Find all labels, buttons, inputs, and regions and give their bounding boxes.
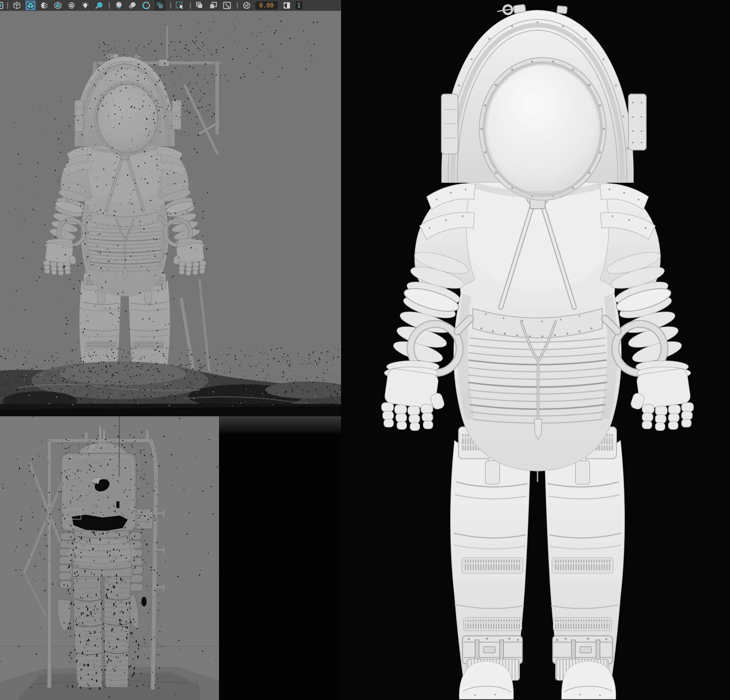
duplicate-squares-icon[interactable] (194, 1, 205, 10)
textured-sphere-icon[interactable] (39, 1, 49, 10)
back-scan-canvas (0, 416, 219, 700)
front-scan-viewport[interactable] (0, 11, 341, 416)
snapshot-icon[interactable] (222, 1, 232, 10)
gamma-field[interactable]: 1 (295, 1, 302, 9)
wireframe-cube-icon[interactable] (12, 1, 22, 10)
empty-filler-region (219, 416, 341, 700)
shadows-sphere-icon[interactable] (114, 1, 124, 10)
exposure-aperture-icon[interactable] (241, 1, 252, 10)
astronaut-render-figure (381, 4, 694, 699)
isolate-select-icon[interactable] (175, 1, 185, 10)
multisample-icon[interactable] (155, 0, 165, 10)
contrast-gamma-icon[interactable] (282, 1, 292, 10)
lighting-bulb-icon[interactable] (80, 1, 91, 10)
toolbar-separator (109, 2, 110, 9)
toolbar-separator (7, 2, 8, 9)
astronaut-front-scan-figure (44, 54, 206, 415)
terrain-fade-strip (219, 416, 341, 435)
smooth-shade-cube-icon[interactable] (25, 1, 36, 10)
toolbar-separator (190, 2, 191, 9)
checker-sphere-icon[interactable] (66, 1, 77, 10)
scan-terrain (0, 362, 341, 416)
shaded-sphere-icon[interactable] (94, 1, 104, 10)
toolbar-separator (237, 2, 238, 9)
back-scan-viewport[interactable] (0, 416, 219, 700)
render-viewport[interactable] (341, 0, 730, 700)
exposure-field[interactable]: 0.00 (255, 1, 278, 9)
render-canvas (341, 0, 730, 700)
textured-cube-icon[interactable] (53, 1, 63, 10)
toolbar-separator (170, 2, 171, 9)
clipped-left-icon[interactable] (0, 1, 4, 10)
motion-blur-icon[interactable] (141, 1, 151, 10)
app-window: { "toolbar": { "background": "#3b3b3b", … (0, 0, 730, 700)
occlusion-sphere-icon[interactable] (127, 1, 137, 10)
viewport-toolbar: 0.00 1 (0, 0, 341, 11)
front-scan-canvas (0, 11, 341, 416)
overlap-squares-icon[interactable] (208, 1, 218, 10)
